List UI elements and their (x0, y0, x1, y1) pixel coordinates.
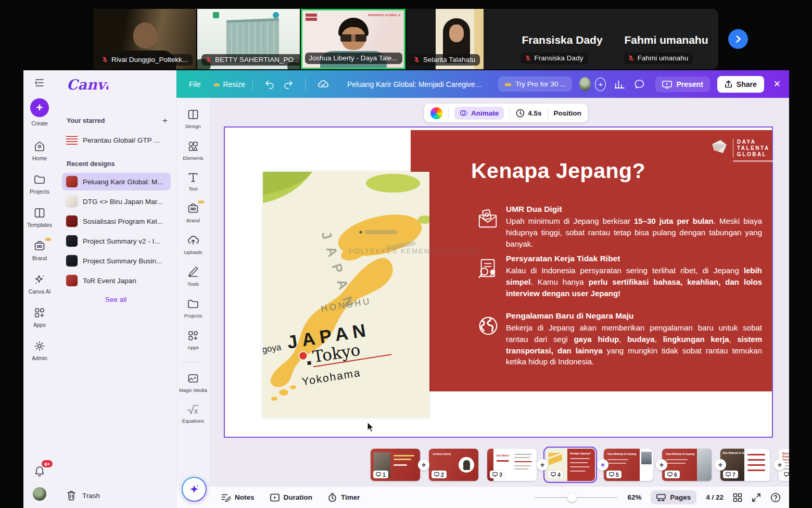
page-thumbnail-4-selected[interactable]: Kenapa Jepang? 4 (545, 449, 595, 481)
slide-section-umr[interactable]: UMR Dua Digit Upah minimum di Jepang ber… (506, 205, 762, 249)
share-button[interactable]: Share (717, 76, 764, 93)
try-pro-button[interactable]: Try Pro for 30 ... (498, 77, 572, 92)
watermark-text: POLTEKKES KEMENKES MALUKU (349, 247, 505, 255)
recent-design-item[interactable]: ToR Event Japan (62, 272, 171, 289)
transition-button-active[interactable]: ❖ (597, 459, 608, 471)
participant-name: Fahmi umanahu (624, 34, 708, 46)
transition-button[interactable]: ❖ (537, 459, 548, 471)
redo-button[interactable] (283, 80, 294, 89)
sidebar-item-brand[interactable]: Brand (32, 240, 47, 261)
save-status-cloud-icon[interactable] (317, 79, 329, 90)
insights-button[interactable] (614, 80, 625, 89)
page-thumbnail-2[interactable]: Joshua Liberty 2 (429, 449, 478, 481)
pages-view-button[interactable]: Pages (651, 490, 696, 504)
comments-button[interactable] (634, 79, 645, 90)
text-icon (187, 172, 199, 183)
design-title[interactable]: Peluang Karir Global: Menjadi Caregiver … (347, 80, 485, 88)
starred-design-item[interactable]: Perantau Global/ GTP ... (62, 131, 171, 149)
sidebar-item-projects[interactable]: Projects (30, 173, 49, 195)
video-tile-participant-1[interactable]: Rivai Dunggio_Poltekk... (94, 9, 196, 69)
recent-design-item-current[interactable]: Peluang Karir Global: M... (62, 173, 171, 190)
notification-badge: 9+ (42, 460, 53, 467)
pro-crown-icon (213, 82, 220, 87)
invite-member-button[interactable]: + (595, 78, 606, 91)
page-thumbnail-3[interactable]: Hot News! 3 (487, 449, 537, 481)
chevron-right-icon (734, 35, 742, 43)
zoom-slider-thumb[interactable] (567, 493, 577, 502)
recent-design-item[interactable]: DTG <> Biru Japan Mar... (62, 193, 171, 210)
sidebar-item-canva-ai[interactable]: Canva AI (29, 273, 51, 295)
participant-name-tag: Joshua Liberty - Daya Tale... (305, 53, 402, 64)
japan-map-image[interactable]: JAPAN HONSHU JAPAN Tokyo Yokohama goya (263, 172, 429, 417)
sidebar-item-admin[interactable]: Admin (32, 340, 47, 361)
zoom-level[interactable]: 62% (627, 493, 641, 501)
recent-design-item[interactable]: Project Summary v2 - I... (62, 232, 171, 250)
tab-tools[interactable]: Tools (187, 266, 199, 287)
tab-uploads[interactable]: Uploads (184, 234, 202, 255)
participant-name: Joshua Liberty - Daya Tale... (309, 54, 398, 62)
user-avatar[interactable] (33, 487, 46, 501)
create-button[interactable]: + Create (30, 98, 49, 126)
sidebar-item-apps[interactable]: Apps (33, 307, 46, 328)
slide-title[interactable]: Kenapa Jepang? (471, 159, 645, 183)
notes-button[interactable]: Notes (221, 493, 255, 502)
pro-crown-icon (198, 199, 205, 204)
help-button[interactable] (770, 492, 781, 503)
file-menu-button[interactable]: File (189, 80, 201, 88)
tab-magic-media[interactable]: Magic Media (179, 372, 207, 393)
background-color-picker[interactable] (430, 107, 442, 119)
transition-button[interactable]: ❖ (418, 459, 429, 471)
slide-section-pengalaman[interactable]: Pengalaman Baru di Negara Maju Bekerja d… (506, 311, 762, 367)
grid-view-button[interactable] (733, 493, 742, 502)
timer-button[interactable]: Timer (328, 493, 360, 502)
add-starred-button[interactable]: + (162, 116, 168, 126)
tab-equations[interactable]: Equations (182, 404, 204, 424)
close-editor-button[interactable]: ✕ (773, 79, 781, 90)
resize-button[interactable]: Resize (213, 80, 246, 88)
sidebar-item-templates[interactable]: Templates (27, 207, 52, 228)
position-button[interactable]: Position (554, 109, 581, 117)
see-all-link[interactable]: See all (56, 296, 176, 303)
notifications-button[interactable]: 9+ (33, 464, 46, 477)
user-avatar[interactable] (579, 77, 591, 91)
tab-brand[interactable]: Brand (186, 202, 199, 223)
page-thumbnail-5[interactable]: Cara Bekerja di Jepang 5 (604, 449, 653, 481)
transition-button[interactable]: ❖ (774, 459, 785, 471)
daya-talenta-global-logo: DAYA TALENTA GLOBAL (710, 139, 778, 162)
next-participants-button[interactable] (728, 29, 748, 49)
page-thumbnail-1[interactable]: 1 (371, 449, 420, 481)
undo-button[interactable] (264, 80, 275, 89)
tab-projects[interactable]: Projects (184, 298, 202, 319)
participant-name: Fransiska Dady (535, 54, 583, 62)
tab-text[interactable]: Text (187, 172, 199, 192)
slide-canvas[interactable]: DAYA TALENTA GLOBAL Kenapa Jepang? UMR D… (224, 126, 773, 438)
tab-elements[interactable]: Elements (183, 140, 204, 161)
animate-button[interactable]: Animate (454, 107, 504, 120)
recent-section-header: Recent designs (67, 160, 168, 168)
tab-apps[interactable]: Apps (187, 329, 199, 350)
duration-button[interactable]: 4.5s (516, 109, 541, 118)
fullscreen-button[interactable] (752, 493, 761, 502)
page-thumbnail-7[interactable]: Alur Bekerja di Jepang 7 (720, 449, 770, 481)
tab-design[interactable]: Design (185, 108, 201, 129)
video-tile-participant-2[interactable]: BETTY SAHERTIAN_PO... (197, 9, 300, 69)
page-thumbnail-6[interactable]: Cara Bekerja di Jepang 6 (662, 449, 712, 481)
folder-icon (187, 298, 199, 310)
video-tile-participant-4[interactable]: Selarita Talahatu (407, 9, 484, 69)
present-button[interactable]: Present (655, 77, 709, 92)
participant-name-tag: Selarita Talahatu (410, 54, 480, 66)
transition-button[interactable]: ❖ (656, 459, 667, 471)
logo-tagline (733, 160, 778, 162)
trash-button[interactable]: Trash (67, 490, 176, 501)
zoom-slider[interactable] (535, 497, 618, 498)
duration-button[interactable]: Duration (270, 493, 313, 502)
sidebar-item-home[interactable]: Home (32, 140, 47, 161)
slide-section-persyaratan[interactable]: Persyaratan Kerja Tidak Ribet Kalau di I… (506, 254, 762, 299)
collapse-sidebar-button[interactable] (34, 79, 45, 87)
transition-button[interactable]: ❖ (715, 459, 726, 471)
video-tile-active-speaker[interactable]: PERANTAU GLOBAL ✈ Joshua Liberty - Daya … (301, 9, 405, 69)
canva-assistant-button[interactable] (182, 477, 207, 502)
recent-design-item[interactable]: Sosialisasi Program Kel... (62, 212, 171, 230)
home-icon (33, 140, 46, 153)
recent-design-item[interactable]: Project Summary Busin... (62, 252, 171, 270)
